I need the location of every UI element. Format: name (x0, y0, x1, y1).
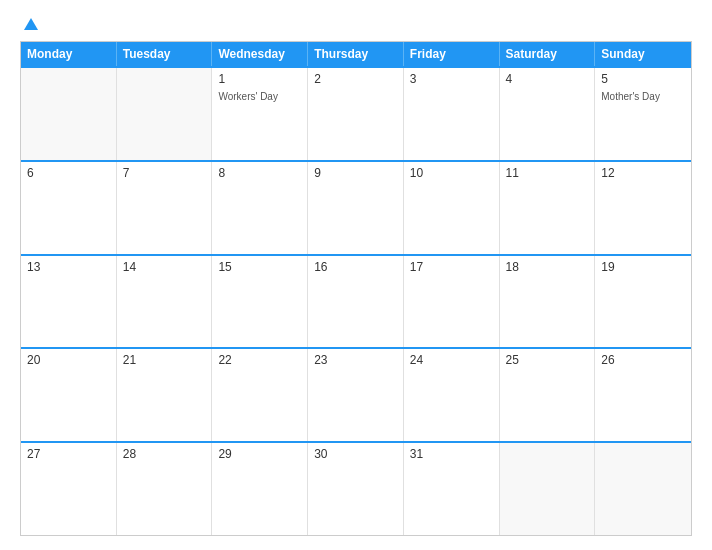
calendar-day-cell: 3 (404, 68, 500, 160)
day-number: 7 (123, 166, 206, 180)
day-number: 16 (314, 260, 397, 274)
calendar-day-cell: 17 (404, 256, 500, 348)
calendar-header-cell: Thursday (308, 42, 404, 66)
calendar-day-cell: 5Mother's Day (595, 68, 691, 160)
calendar-day-cell: 10 (404, 162, 500, 254)
day-number: 13 (27, 260, 110, 274)
calendar-body: 1Workers' Day2345Mother's Day67891011121… (21, 66, 691, 535)
day-number: 30 (314, 447, 397, 461)
day-number: 15 (218, 260, 301, 274)
calendar: MondayTuesdayWednesdayThursdayFridaySatu… (20, 41, 692, 536)
calendar-header-cell: Wednesday (212, 42, 308, 66)
day-number: 27 (27, 447, 110, 461)
calendar-day-cell: 22 (212, 349, 308, 441)
day-number: 12 (601, 166, 685, 180)
day-number: 2 (314, 72, 397, 86)
calendar-day-cell: 26 (595, 349, 691, 441)
day-number: 10 (410, 166, 493, 180)
calendar-day-cell: 20 (21, 349, 117, 441)
calendar-day-cell: 13 (21, 256, 117, 348)
calendar-week: 20212223242526 (21, 347, 691, 441)
logo-triangle-icon (24, 18, 38, 30)
day-number: 22 (218, 353, 301, 367)
calendar-day-cell (117, 68, 213, 160)
day-number: 28 (123, 447, 206, 461)
day-number: 24 (410, 353, 493, 367)
calendar-day-cell: 25 (500, 349, 596, 441)
day-number: 29 (218, 447, 301, 461)
calendar-header-cell: Friday (404, 42, 500, 66)
calendar-day-cell: 27 (21, 443, 117, 535)
header (20, 18, 692, 31)
calendar-day-cell (595, 443, 691, 535)
calendar-day-cell: 2 (308, 68, 404, 160)
calendar-day-cell: 31 (404, 443, 500, 535)
calendar-day-cell: 21 (117, 349, 213, 441)
calendar-day-cell: 11 (500, 162, 596, 254)
calendar-header-row: MondayTuesdayWednesdayThursdayFridaySatu… (21, 42, 691, 66)
calendar-day-cell: 12 (595, 162, 691, 254)
day-number: 23 (314, 353, 397, 367)
day-number: 14 (123, 260, 206, 274)
day-number: 18 (506, 260, 589, 274)
calendar-header-cell: Saturday (500, 42, 596, 66)
logo (20, 18, 38, 31)
day-number: 25 (506, 353, 589, 367)
day-number: 1 (218, 72, 301, 86)
day-number: 5 (601, 72, 685, 86)
day-number: 20 (27, 353, 110, 367)
calendar-day-cell: 8 (212, 162, 308, 254)
calendar-header-cell: Sunday (595, 42, 691, 66)
calendar-week: 13141516171819 (21, 254, 691, 348)
calendar-day-cell: 16 (308, 256, 404, 348)
day-number: 6 (27, 166, 110, 180)
day-number: 3 (410, 72, 493, 86)
day-event: Workers' Day (218, 90, 301, 103)
calendar-day-cell: 4 (500, 68, 596, 160)
calendar-week: 2728293031 (21, 441, 691, 535)
page: MondayTuesdayWednesdayThursdayFridaySatu… (0, 0, 712, 550)
day-number: 9 (314, 166, 397, 180)
day-number: 4 (506, 72, 589, 86)
logo-blue-text (20, 18, 38, 31)
day-number: 26 (601, 353, 685, 367)
calendar-header-cell: Tuesday (117, 42, 213, 66)
day-number: 21 (123, 353, 206, 367)
calendar-day-cell: 19 (595, 256, 691, 348)
calendar-day-cell: 9 (308, 162, 404, 254)
day-number: 19 (601, 260, 685, 274)
calendar-header-cell: Monday (21, 42, 117, 66)
calendar-week: 6789101112 (21, 160, 691, 254)
calendar-day-cell: 23 (308, 349, 404, 441)
calendar-day-cell: 24 (404, 349, 500, 441)
day-number: 11 (506, 166, 589, 180)
day-number: 31 (410, 447, 493, 461)
calendar-day-cell (21, 68, 117, 160)
calendar-day-cell: 28 (117, 443, 213, 535)
calendar-day-cell: 30 (308, 443, 404, 535)
calendar-week: 1Workers' Day2345Mother's Day (21, 66, 691, 160)
day-event: Mother's Day (601, 90, 685, 103)
day-number: 8 (218, 166, 301, 180)
calendar-day-cell: 1Workers' Day (212, 68, 308, 160)
calendar-day-cell: 14 (117, 256, 213, 348)
calendar-day-cell: 6 (21, 162, 117, 254)
calendar-day-cell: 18 (500, 256, 596, 348)
calendar-day-cell: 7 (117, 162, 213, 254)
calendar-day-cell (500, 443, 596, 535)
calendar-day-cell: 29 (212, 443, 308, 535)
calendar-day-cell: 15 (212, 256, 308, 348)
day-number: 17 (410, 260, 493, 274)
